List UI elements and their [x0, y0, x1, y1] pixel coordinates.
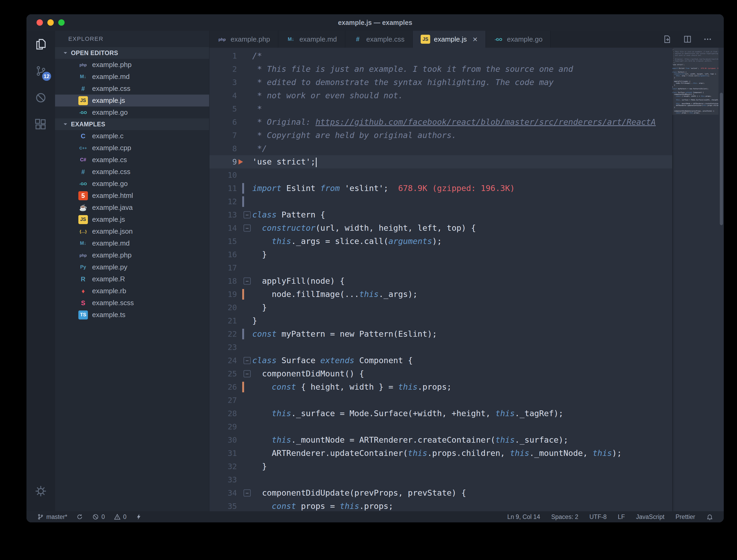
gutter[interactable]: [237, 447, 252, 460]
gutter[interactable]: [237, 288, 252, 301]
file-item-examples-example-cpp[interactable]: C++example.cpp: [55, 142, 209, 154]
code-line-30[interactable]: 30 this._mountNode = ARTRenderer.createC…: [209, 433, 672, 447]
code-line-2[interactable]: 2 * This file is just an example. I took…: [209, 63, 672, 76]
code-line-21[interactable]: 21}: [209, 314, 672, 327]
status-warning[interactable]: 0: [114, 513, 127, 521]
file-item-examples-example-css[interactable]: #example.css: [55, 166, 209, 178]
gutter[interactable]: −: [237, 367, 252, 380]
code-line-17[interactable]: 17: [209, 261, 672, 274]
status-error[interactable]: 0: [92, 513, 105, 521]
file-item-examples-example-rb[interactable]: ♦example.rb: [55, 285, 209, 297]
file-item-examples-example-php[interactable]: phpexample.php: [55, 249, 209, 261]
file-item-open-editors-example-md[interactable]: M↓example.md: [55, 71, 209, 83]
activity-explorer-icon[interactable]: [26, 31, 55, 57]
gutter[interactable]: [237, 168, 252, 182]
status-utf-8[interactable]: UTF-8: [589, 513, 606, 521]
code-line-14[interactable]: 14− constructor(url, width, height, left…: [209, 221, 672, 235]
open-changes-icon[interactable]: [663, 35, 672, 44]
code-line-23[interactable]: 23: [209, 341, 672, 354]
status-prettier[interactable]: Prettier: [676, 513, 695, 521]
gutter[interactable]: −: [237, 221, 252, 235]
fold-icon[interactable]: −: [244, 490, 251, 497]
code-line-8[interactable]: 8 */: [209, 142, 672, 155]
gutter[interactable]: [237, 327, 252, 341]
status-lf[interactable]: LF: [618, 513, 625, 521]
file-item-examples-example-ts[interactable]: TSexample.ts: [55, 309, 209, 321]
gutter[interactable]: −: [237, 208, 252, 221]
gutter[interactable]: [237, 89, 252, 102]
file-item-examples-example-scss[interactable]: Sexample.scss: [55, 297, 209, 309]
gutter[interactable]: [237, 500, 252, 511]
code-line-9[interactable]: 9'use strict';: [209, 155, 672, 168]
gutter[interactable]: [237, 248, 252, 261]
gutter[interactable]: −: [237, 274, 252, 288]
gutter[interactable]: [237, 195, 252, 208]
settings-gear-icon[interactable]: [26, 478, 55, 504]
code-line-31[interactable]: 31 ARTRenderer.updateContainer(this.prop…: [209, 447, 672, 460]
code-line-4[interactable]: 4 * not work or even should not.: [209, 89, 672, 102]
code-line-28[interactable]: 28 this._surface = Mode.Surface(+width, …: [209, 407, 672, 420]
gutter[interactable]: [237, 129, 252, 142]
file-item-examples-example-go[interactable]: -GOexample.go: [55, 178, 209, 190]
code-line-7[interactable]: 7 * Copyright are held by original autho…: [209, 129, 672, 142]
gutter[interactable]: [237, 301, 252, 314]
file-item-examples-example-json[interactable]: {…}example.json: [55, 225, 209, 237]
fold-icon[interactable]: −: [244, 278, 251, 285]
code-line-20[interactable]: 20 }: [209, 301, 672, 314]
fold-icon[interactable]: −: [244, 211, 251, 219]
title-bar[interactable]: example.js — examples: [26, 14, 724, 31]
code-line-15[interactable]: 15 this._args = slice.call(arguments);: [209, 235, 672, 248]
gutter[interactable]: [237, 182, 252, 195]
file-item-examples-example-java[interactable]: ☕example.java: [55, 202, 209, 214]
code-line-26[interactable]: 26 const { height, width } = this.props;: [209, 380, 672, 394]
gutter[interactable]: [237, 49, 252, 63]
gutter[interactable]: [237, 115, 252, 129]
gutter[interactable]: [237, 341, 252, 354]
fold-icon[interactable]: −: [244, 357, 251, 364]
split-editor-icon[interactable]: [683, 35, 692, 44]
code-line-34[interactable]: 34− componentDidUpdate(prevProps, prevSt…: [209, 486, 672, 500]
file-item-examples-example-r[interactable]: Rexample.R: [55, 273, 209, 285]
fold-icon[interactable]: −: [244, 225, 251, 232]
section-header-examples[interactable]: EXAMPLES: [55, 118, 209, 130]
gutter[interactable]: [237, 407, 252, 420]
zoom-button[interactable]: [58, 19, 65, 26]
gutter[interactable]: [237, 314, 252, 327]
minimap-slider[interactable]: [672, 48, 718, 115]
section-header-open-editors[interactable]: OPEN EDITORS: [55, 47, 209, 59]
activity-source-control-icon[interactable]: 12: [26, 57, 55, 84]
file-item-examples-example-c[interactable]: Cexample.c: [55, 130, 209, 142]
gutter[interactable]: [237, 76, 252, 89]
code-line-29[interactable]: 29: [209, 420, 672, 433]
gutter[interactable]: [237, 473, 252, 486]
gutter[interactable]: [237, 420, 252, 433]
status-bell[interactable]: [706, 513, 713, 520]
code-line-3[interactable]: 3 * edited to demonstrate the syntax hig…: [209, 76, 672, 89]
scrollbar-thumb[interactable]: [720, 93, 723, 225]
editor[interactable]: 1/*2 * This file is just an example. I t…: [209, 48, 724, 511]
code-line-10[interactable]: 10: [209, 168, 672, 182]
file-item-examples-example-md[interactable]: M↓example.md: [55, 237, 209, 249]
gutter[interactable]: [237, 142, 252, 155]
gutter[interactable]: −: [237, 486, 252, 500]
code-line-5[interactable]: 5 *: [209, 102, 672, 115]
file-item-open-editors-example-php[interactable]: phpexample.php: [55, 59, 209, 71]
close-button[interactable]: [37, 19, 43, 26]
gutter[interactable]: [237, 102, 252, 115]
gutter[interactable]: [237, 394, 252, 407]
code-line-6[interactable]: 6 * Original: https://github.com/faceboo…: [209, 115, 672, 129]
status-javascript[interactable]: JavaScript: [636, 513, 664, 521]
activity-debug-disabled-icon[interactable]: [26, 84, 55, 111]
gutter[interactable]: [237, 63, 252, 76]
status-git-branch[interactable]: master*: [37, 513, 67, 521]
minimap[interactable]: /* * This file is just an example. I too…: [672, 48, 718, 511]
minimize-button[interactable]: [47, 19, 54, 26]
tab-example-css[interactable]: #example.css: [345, 31, 413, 48]
status-ln-9-col-14[interactable]: Ln 9, Col 14: [507, 513, 540, 521]
close-tab-icon[interactable]: ×: [472, 35, 477, 43]
gutter[interactable]: [237, 261, 252, 274]
editor-scrollbar[interactable]: [718, 48, 724, 511]
code-line-11[interactable]: 11import Eslint from 'eslint'; 678.9K (g…: [209, 182, 672, 195]
tab-example-js[interactable]: JSexample.js×: [413, 31, 486, 48]
code-line-24[interactable]: 24−class Surface extends Component {: [209, 354, 672, 367]
